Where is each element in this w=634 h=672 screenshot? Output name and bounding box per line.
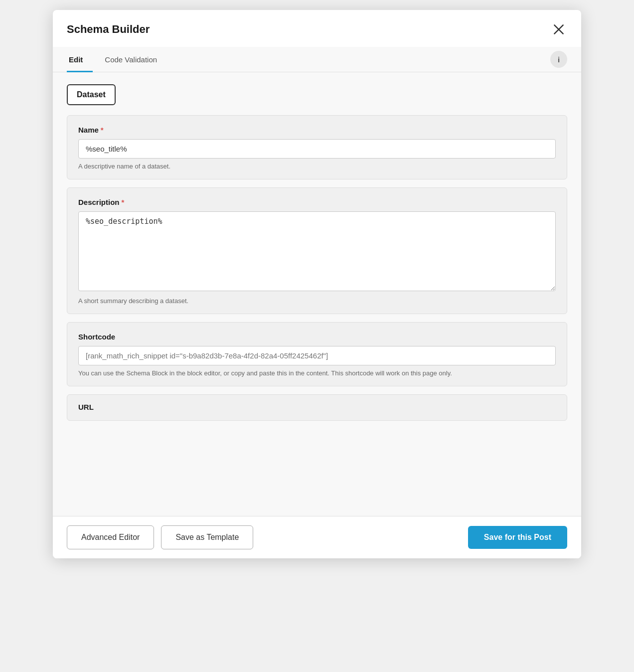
schema-builder-modal: Schema Builder Edit Code Validation i Da… [53, 10, 581, 558]
modal-header: Schema Builder [53, 10, 581, 47]
modal-footer: Advanced Editor Save as Template Save fo… [53, 516, 581, 558]
save-post-button[interactable]: Save for this Post [468, 526, 567, 549]
tabs-bar: Edit Code Validation i [53, 47, 581, 72]
dataset-selector[interactable]: Dataset [67, 84, 116, 105]
shortcode-input[interactable] [78, 346, 556, 365]
info-button[interactable]: i [550, 51, 567, 68]
tabs-list: Edit Code Validation [67, 47, 177, 72]
shortcode-label: Shortcode [78, 333, 556, 341]
name-input[interactable] [78, 139, 556, 159]
name-field-card: Name* A descriptive name of a dataset. [67, 115, 567, 179]
name-required-star: * [101, 126, 104, 134]
shortcode-field-card: Shortcode You can use the Schema Block i… [67, 322, 567, 386]
shortcode-hint: You can use the Schema Block in the bloc… [78, 369, 556, 377]
advanced-editor-button[interactable]: Advanced Editor [67, 525, 154, 549]
save-template-button[interactable]: Save as Template [161, 525, 253, 549]
modal-title: Schema Builder [67, 23, 150, 36]
url-field-card: URL [67, 394, 567, 421]
close-button[interactable] [550, 21, 567, 38]
name-label: Name* [78, 126, 556, 134]
tab-edit[interactable]: Edit [67, 47, 93, 72]
description-textarea[interactable] [78, 211, 556, 291]
footer-left-buttons: Advanced Editor Save as Template [67, 525, 253, 549]
description-label: Description* [78, 198, 556, 206]
description-hint: A short summary describing a dataset. [78, 297, 556, 305]
url-label: URL [78, 403, 556, 411]
description-field-card: Description* A short summary describing … [67, 187, 567, 314]
description-required-star: * [122, 198, 125, 206]
name-hint: A descriptive name of a dataset. [78, 163, 556, 170]
info-icon: i [558, 55, 560, 64]
tab-code-validation[interactable]: Code Validation [103, 47, 167, 72]
modal-body: Dataset Name* A descriptive name of a da… [53, 72, 581, 516]
